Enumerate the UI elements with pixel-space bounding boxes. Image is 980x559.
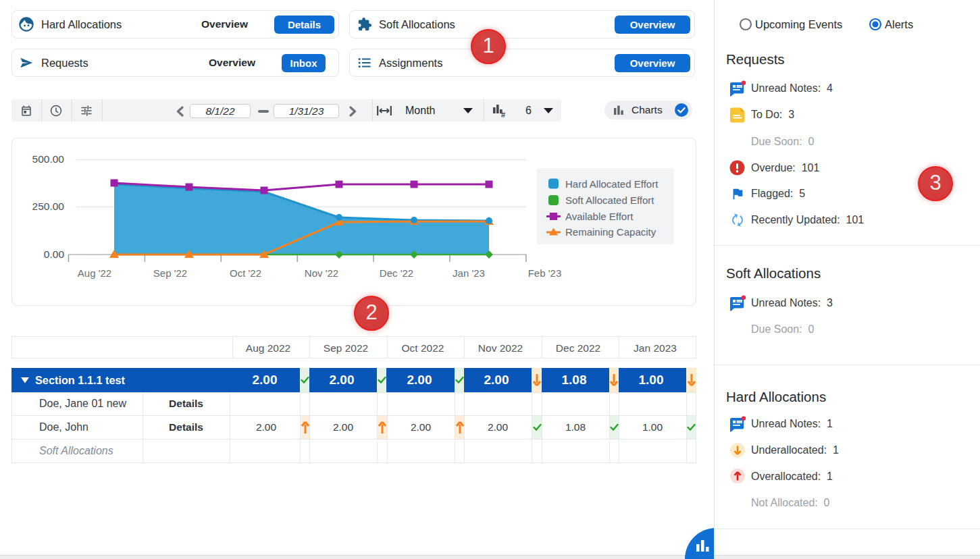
svg-text:Available Effort: Available Effort [565,211,634,222]
svg-text:Soft Allocated Effort: Soft Allocated Effort [565,194,654,206]
svg-text:Jan '23: Jan '23 [453,267,485,279]
svg-text:Aug '22: Aug '22 [78,267,111,279]
svg-text:500.00: 500.00 [32,153,65,165]
svg-text:Feb '23: Feb '23 [528,267,562,279]
svg-text:Sep '22: Sep '22 [153,267,187,279]
svg-text:Hard Allocated Effort: Hard Allocated Effort [565,178,659,190]
svg-text:250.00: 250.00 [32,201,65,212]
svg-text:Oct '22: Oct '22 [230,267,261,279]
svg-text:#: # [501,111,505,118]
svg-text:Nov '22: Nov '22 [305,267,338,279]
svg-text:0.00: 0.00 [44,248,65,260]
svg-text:Dec '22: Dec '22 [380,267,413,279]
svg-text:Remaining Capacity: Remaining Capacity [565,226,656,238]
